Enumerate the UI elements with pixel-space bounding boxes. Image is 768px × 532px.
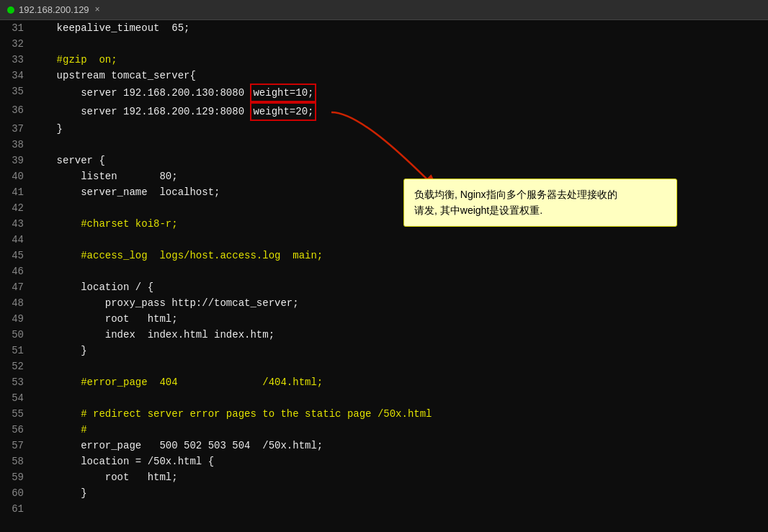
- line-content: }: [32, 485, 87, 501]
- code-token: redirect: [93, 408, 141, 420]
- close-button[interactable]: ×: [95, 5, 100, 15]
- highlight-text: weight=10;: [250, 84, 316, 102]
- line-number: 31: [0, 20, 32, 36]
- line-number: 54: [0, 390, 32, 406]
- line-content: }: [32, 121, 63, 137]
- code-token: index index.html index.htm;: [32, 329, 274, 341]
- code-token: server {: [32, 155, 105, 166]
- code-token: }: [32, 487, 87, 499]
- code-token: server_name localhost;: [32, 186, 220, 198]
- table-row: 52: [0, 359, 768, 374]
- line-content: server_name localhost;: [32, 184, 220, 200]
- code-token: root html;: [32, 472, 178, 483]
- code-content: 31 keepalive_timeout 65;3233 #gzip on;34…: [0, 20, 768, 517]
- line-number: 57: [0, 438, 32, 454]
- code-token: error_page 500 502 503 504 /50x.html;: [32, 440, 323, 451]
- code-token: location / {: [32, 281, 153, 293]
- code-token: #: [32, 424, 87, 436]
- line-number: 47: [0, 279, 32, 295]
- line-number: 42: [0, 200, 32, 216]
- line-content: #: [32, 422, 87, 438]
- code-token: location = /50x.html {: [32, 456, 214, 467]
- table-row: 32: [0, 36, 768, 52]
- line-content: #error_page 404 /404.html;: [32, 374, 323, 390]
- code-token: server 192.168.200.129:8080: [32, 106, 250, 117]
- line-content: listen 80;: [32, 168, 178, 184]
- line-number: 52: [0, 359, 32, 374]
- line-number: 40: [0, 168, 32, 184]
- table-row: 33 #gzip on;: [0, 52, 768, 68]
- code-token: #charset koi8-r;: [32, 218, 178, 230]
- line-content: location / {: [32, 279, 153, 295]
- line-content: server {: [32, 153, 105, 168]
- table-row: 61: [0, 501, 768, 517]
- code-token: upstream tomcat_server{: [32, 70, 196, 81]
- line-number: 61: [0, 501, 32, 517]
- line-number: 34: [0, 68, 32, 84]
- line-number: 55: [0, 406, 32, 422]
- table-row: 55 # redirect server error pages to the …: [0, 406, 768, 422]
- line-content: root html;: [32, 311, 178, 327]
- line-content: # redirect server error pages to the sta…: [32, 406, 432, 422]
- line-number: 32: [0, 36, 32, 52]
- table-row: 31 keepalive_timeout 65;: [0, 20, 768, 36]
- line-content: keepalive_timeout 65;: [32, 20, 189, 36]
- table-row: 49 root html;: [0, 311, 768, 327]
- line-number: 56: [0, 422, 32, 438]
- line-content: index index.html index.htm;: [32, 327, 274, 343]
- table-row: 34 upstream tomcat_server{: [0, 68, 768, 84]
- title-bar: 192.168.200.129 ×: [0, 0, 768, 20]
- code-token: server 192.168.200.130:8080: [32, 87, 250, 99]
- line-content: proxy_pass http://tomcat_server;: [32, 295, 299, 311]
- line-number: 60: [0, 485, 32, 501]
- line-content: }: [32, 343, 87, 359]
- table-row: 37 }: [0, 121, 768, 137]
- line-number: 45: [0, 248, 32, 263]
- line-number: 33: [0, 52, 32, 68]
- table-row: 39 server {: [0, 153, 768, 168]
- code-token: #: [32, 408, 93, 420]
- code-token: #error_page 404 /404.html;: [32, 377, 323, 388]
- code-editor: 负载均衡, Nginx指向多个服务器去处理接收的 请发, 其中weight是设置…: [0, 20, 768, 532]
- line-number: 53: [0, 374, 32, 390]
- line-number: 39: [0, 153, 32, 168]
- code-token: server error pages to the static page /5…: [141, 408, 432, 420]
- table-row: 47 location / {: [0, 279, 768, 295]
- line-number: 37: [0, 121, 32, 137]
- table-row: 57 error_page 500 502 503 504 /50x.html;: [0, 438, 768, 454]
- line-number: 44: [0, 232, 32, 248]
- window-title: 192.168.200.129: [19, 4, 89, 15]
- table-row: 44: [0, 232, 768, 248]
- table-row: 59 root html;: [0, 469, 768, 485]
- code-token: #access_log logs/host.access.log main;: [32, 250, 323, 261]
- line-number: 43: [0, 216, 32, 232]
- annotation-text-line1: 负载均衡, Nginx指向多个服务器去处理接收的: [414, 189, 617, 200]
- line-content: #gzip on;: [32, 52, 117, 68]
- table-row: 48 proxy_pass http://tomcat_server;: [0, 295, 768, 311]
- annotation-box: 负载均衡, Nginx指向多个服务器去处理接收的 请发, 其中weight是设置…: [403, 179, 677, 227]
- line-content: location = /50x.html {: [32, 454, 214, 469]
- line-content: #charset koi8-r;: [32, 216, 178, 232]
- line-number: 38: [0, 137, 32, 153]
- line-number: 41: [0, 184, 32, 200]
- line-content: error_page 500 502 503 504 /50x.html;: [32, 438, 323, 454]
- status-dot: [7, 6, 14, 14]
- table-row: 50 index index.html index.htm;: [0, 327, 768, 343]
- table-row: 60 }: [0, 485, 768, 501]
- table-row: 58 location = /50x.html {: [0, 454, 768, 469]
- code-token: root html;: [32, 313, 178, 325]
- code-token: }: [32, 345, 87, 356]
- code-token: proxy_pass http://tomcat_server;: [32, 297, 299, 309]
- line-number: 46: [0, 263, 32, 279]
- line-content: root html;: [32, 469, 178, 485]
- line-number: 51: [0, 343, 32, 359]
- code-token: listen 80;: [32, 171, 178, 182]
- table-row: 51 }: [0, 343, 768, 359]
- line-number: 48: [0, 295, 32, 311]
- line-content: server 192.168.200.129:8080 weight=20;: [32, 102, 316, 121]
- table-row: 38: [0, 137, 768, 153]
- line-content: #access_log logs/host.access.log main;: [32, 248, 323, 263]
- line-content: server 192.168.200.130:8080 weight=10;: [32, 84, 316, 102]
- table-row: 53 #error_page 404 /404.html;: [0, 374, 768, 390]
- line-number: 36: [0, 102, 32, 118]
